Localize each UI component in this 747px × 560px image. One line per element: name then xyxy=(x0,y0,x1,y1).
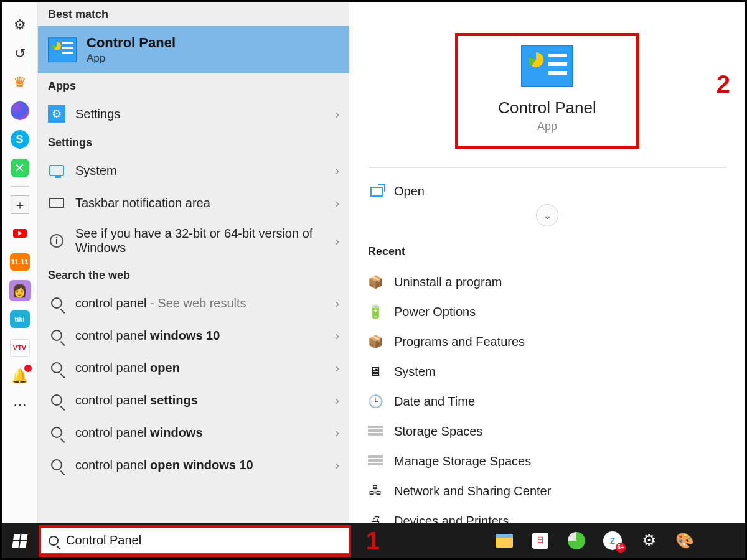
power-icon: 🔋 xyxy=(368,304,383,319)
chevron-right-icon: › xyxy=(335,426,339,440)
recent-item-storage[interactable]: Storage Spaces xyxy=(368,416,726,446)
chevron-right-icon: › xyxy=(335,393,339,408)
recent-item-uninstall[interactable]: 📦Uninstall a program xyxy=(368,267,726,297)
network-icon: 🖧 xyxy=(368,483,383,498)
search-icon xyxy=(48,359,65,376)
search-box[interactable]: 1 xyxy=(40,527,350,554)
control-panel-icon xyxy=(48,37,77,62)
paint-icon[interactable]: 🎨 xyxy=(674,530,695,551)
web-item-label: control panel settings xyxy=(75,393,325,408)
chevron-right-icon: › xyxy=(335,164,339,178)
best-match-title: Control Panel xyxy=(87,35,176,51)
explorer-icon[interactable] xyxy=(494,530,515,551)
shopee-icon[interactable]: 11.11 xyxy=(2,248,38,276)
apps-item-settings[interactable]: ⚙ Settings › xyxy=(38,98,349,130)
control-panel-icon xyxy=(521,45,573,87)
vtv-icon[interactable]: VTV xyxy=(2,334,38,362)
tiki-icon[interactable]: tiki xyxy=(2,305,38,334)
callout-2: 2 xyxy=(716,70,730,98)
web-item-0[interactable]: control panel - See web results › xyxy=(38,287,349,319)
best-match-item[interactable]: Control Panel App xyxy=(38,26,349,73)
history-icon[interactable]: ↺ xyxy=(2,39,38,68)
hero: Control Panel App 2 xyxy=(368,21,726,168)
expand-actions-button[interactable]: ⌄ xyxy=(536,204,558,226)
gear-icon[interactable]: ⚙ xyxy=(2,11,38,39)
app-green-icon[interactable] xyxy=(566,530,587,551)
search-icon xyxy=(48,294,65,312)
web-item-2[interactable]: control panel open › xyxy=(38,352,349,384)
start-button[interactable] xyxy=(2,523,38,558)
recent-item-network[interactable]: 🖧Network and Sharing Center xyxy=(368,476,726,506)
taskbar: 1 ⽇ Z5+ ⚙ 🎨 xyxy=(2,523,745,558)
taskbar-rect-icon xyxy=(48,194,65,212)
info-icon: i xyxy=(48,232,65,250)
detail-panel: Control Panel App 2 Open ⌄ Recent 📦Unins… xyxy=(349,2,745,525)
web-item-3[interactable]: control panel settings › xyxy=(38,384,349,416)
web-item-5[interactable]: control panel open windows 10 › xyxy=(38,449,349,481)
web-item-label: control panel open xyxy=(75,361,325,375)
calendar-icon[interactable]: ⽇ xyxy=(530,530,551,551)
chevron-right-icon: › xyxy=(335,329,339,343)
web-item-4[interactable]: control panel windows › xyxy=(38,416,349,449)
recent-item-programs[interactable]: 📦Programs and Features xyxy=(368,327,726,357)
web-item-label: control panel windows xyxy=(75,426,325,440)
web-item-label: control panel windows 10 xyxy=(75,329,325,343)
app-avatar-icon[interactable]: 👩 xyxy=(2,276,38,305)
callout-1: 1 xyxy=(366,527,380,555)
recent-item-power[interactable]: 🔋Power Options xyxy=(368,297,726,327)
box-icon: 📦 xyxy=(368,274,383,289)
system-icon: 🖥 xyxy=(368,364,383,379)
search-icon xyxy=(48,456,65,474)
xbox-icon[interactable]: ✕ xyxy=(2,154,38,182)
taskbar-pinned: ⽇ Z5+ ⚙ 🎨 xyxy=(494,523,745,558)
annotation-box-2: Control Panel App xyxy=(455,33,639,149)
web-item-1[interactable]: control panel windows 10 › xyxy=(38,319,349,352)
header-web: Search the web xyxy=(38,263,349,287)
recent-item-datetime[interactable]: 🕒Date and Time xyxy=(368,386,726,416)
search-icon xyxy=(48,391,65,409)
youtube-icon[interactable] xyxy=(2,219,38,248)
crown-icon[interactable]: ♛ xyxy=(2,68,38,96)
settings-item-taskbar-notification[interactable]: Taskbar notification area › xyxy=(38,187,349,219)
settings-item-system-type[interactable]: i See if you have a 32-bit or 64-bit ver… xyxy=(38,219,349,263)
open-label: Open xyxy=(394,184,425,198)
chevron-right-icon: › xyxy=(335,234,339,248)
chevron-right-icon: › xyxy=(335,107,339,121)
zalo-icon[interactable]: Z5+ xyxy=(602,530,623,551)
messenger-icon[interactable] xyxy=(2,96,38,125)
chevron-right-icon: › xyxy=(335,296,339,310)
skype-icon[interactable]: S xyxy=(2,125,38,154)
header-settings: Settings xyxy=(38,130,349,154)
settings-gear-icon: ⚙ xyxy=(48,105,65,123)
rail-divider xyxy=(11,186,29,187)
zalo-badge: 5+ xyxy=(616,543,626,553)
best-match-subtitle: App xyxy=(87,52,176,65)
recent-header: Recent xyxy=(368,245,726,258)
hero-title: Control Panel xyxy=(498,98,596,118)
header-best-match: Best match xyxy=(38,2,349,26)
search-category-rail: ⚙ ↺ ♛ S ✕ ＋ 11.11 👩 tiki VTV 🔔 ⋯ xyxy=(2,2,38,525)
clock-icon: 🕒 xyxy=(368,394,383,409)
search-icon xyxy=(48,327,65,344)
settings-item-system[interactable]: System › xyxy=(38,154,349,187)
settings-item-label: See if you have a 32-bit or 64-bit versi… xyxy=(75,226,325,255)
bell-icon[interactable]: 🔔 xyxy=(2,362,38,391)
plus-icon[interactable]: ＋ xyxy=(2,190,38,219)
drives-icon xyxy=(368,424,383,439)
search-input[interactable] xyxy=(66,533,341,548)
settings-item-label: Taskbar notification area xyxy=(75,196,325,210)
drives-icon xyxy=(368,454,383,469)
chevron-right-icon: › xyxy=(335,196,339,210)
chevron-right-icon: › xyxy=(335,458,339,472)
search-icon xyxy=(48,424,65,441)
more-icon[interactable]: ⋯ xyxy=(2,391,38,419)
chevron-right-icon: › xyxy=(335,361,339,375)
programs-icon: 📦 xyxy=(368,334,383,349)
display-icon xyxy=(48,162,65,179)
settings-icon[interactable]: ⚙ xyxy=(638,530,659,551)
search-icon xyxy=(49,536,59,546)
web-item-label: control panel open windows 10 xyxy=(75,458,325,472)
recent-item-system[interactable]: 🖥System xyxy=(368,357,726,386)
recent-item-manage-storage[interactable]: Manage Storage Spaces xyxy=(368,446,726,476)
bell-badge xyxy=(24,365,32,372)
